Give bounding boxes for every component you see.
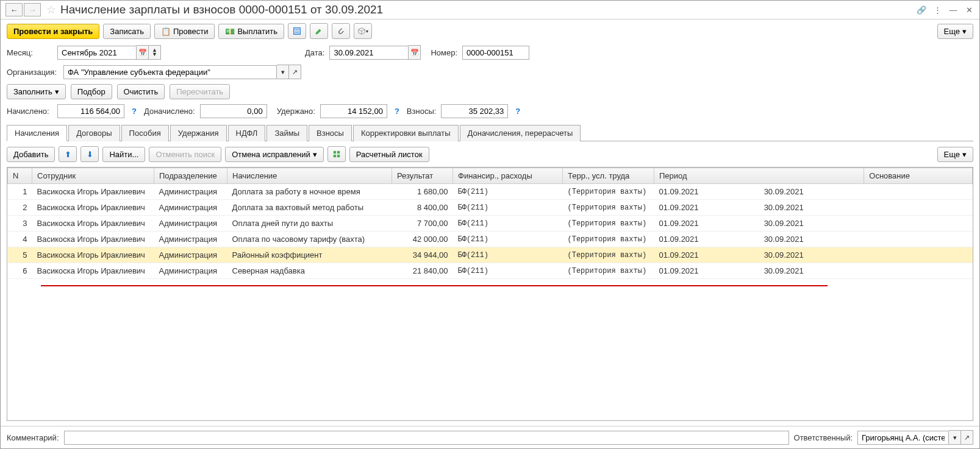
box-icon-button[interactable]: ▾ [354, 23, 372, 39]
pay-icon: 💵 [225, 27, 235, 36]
svg-rect-7 [337, 155, 340, 157]
table-row[interactable]: 1Васикоска Игорь ИраклиевичАдминистрация… [8, 184, 973, 200]
tab-8[interactable]: Доначисления, перерасчеты [460, 125, 581, 141]
svg-rect-5 [337, 151, 340, 154]
comment-input[interactable] [64, 431, 789, 445]
contrib-value [441, 104, 508, 118]
org-input[interactable] [63, 65, 277, 79]
col-employee[interactable]: Сотрудник [32, 168, 154, 184]
nav-back-button[interactable]: ← [5, 3, 23, 16]
grid-settings-icon-button[interactable] [327, 146, 346, 162]
col-period[interactable]: Период [654, 168, 864, 184]
accrued-label: Начислено: [7, 107, 52, 116]
accrued-value [57, 104, 124, 118]
col-n[interactable]: N [8, 168, 32, 184]
close-icon[interactable]: ✕ [964, 4, 975, 15]
number-input[interactable] [462, 46, 529, 60]
post-icon: 📋 [161, 27, 171, 36]
add-button[interactable]: Добавить [7, 147, 55, 162]
month-spinner[interactable]: ▲▼ [149, 45, 161, 60]
org-dropdown-icon[interactable]: ▾ [277, 65, 289, 79]
responsible-open-icon[interactable]: ↗ [961, 430, 973, 445]
table-row[interactable]: 3Васикоска Игорь ИраклиевичАдминистрация… [8, 216, 973, 232]
withheld-label: Удержано: [277, 107, 315, 116]
attachment-icon-button[interactable] [332, 23, 350, 39]
find-button[interactable]: Найти... [102, 147, 145, 162]
save-button[interactable]: Записать [103, 24, 151, 39]
number-label: Номер: [431, 48, 457, 57]
svg-rect-4 [334, 151, 336, 154]
move-up-button[interactable]: ⬆ [59, 146, 77, 162]
extra-label: Доначислено: [144, 107, 195, 116]
tab-2[interactable]: Пособия [121, 125, 169, 141]
date-input[interactable] [329, 46, 409, 60]
payslip-button[interactable]: Расчетный листок [349, 147, 429, 162]
table-row[interactable]: 6Васикоска Игорь ИраклиевичАдминистрация… [8, 263, 973, 279]
withheld-value [320, 104, 387, 118]
col-financing[interactable]: Финансир., расходы [453, 168, 563, 184]
post-button[interactable]: 📋Провести [154, 24, 215, 39]
tab-7[interactable]: Корректировки выплаты [353, 125, 459, 141]
post-and-close-button[interactable]: Провести и закрыть [7, 24, 99, 39]
col-result[interactable]: Результат [392, 168, 453, 184]
favorite-icon[interactable]: ☆ [45, 3, 58, 16]
table-row[interactable]: 4Васикоска Игорь ИраклиевичАдминистрация… [8, 232, 973, 247]
red-underline-marker [41, 285, 828, 286]
pick-button[interactable]: Подбор [71, 84, 112, 99]
contrib-help-icon[interactable]: ? [515, 107, 520, 116]
tab-4[interactable]: НДФЛ [228, 125, 266, 141]
tab-5[interactable]: Займы [266, 125, 307, 141]
tab-6[interactable]: Взносы [309, 125, 352, 141]
report-icon-button[interactable] [288, 23, 306, 39]
clear-button[interactable]: Очистить [117, 84, 165, 99]
cancel-search-button[interactable]: Отменить поиск [149, 147, 221, 162]
comment-label: Комментарий: [7, 433, 59, 442]
tab-more-button[interactable]: Еще ▾ [937, 147, 973, 162]
month-calendar-icon[interactable]: 📅 [137, 45, 149, 60]
responsible-input[interactable] [857, 431, 949, 445]
month-label: Месяц: [7, 48, 52, 57]
responsible-dropdown-icon[interactable]: ▾ [949, 430, 961, 445]
svg-rect-6 [334, 155, 336, 157]
date-calendar-icon[interactable]: 📅 [409, 45, 421, 60]
org-label: Организация: [7, 68, 59, 77]
kebab-icon[interactable]: ⋮ [932, 4, 943, 15]
window-title: Начисление зарплаты и взносов 0000-00015… [60, 3, 916, 16]
withheld-help-icon[interactable]: ? [395, 107, 399, 116]
link-icon[interactable]: 🔗 [916, 4, 927, 15]
accrued-help-icon[interactable]: ? [132, 107, 137, 116]
edit-icon-button[interactable] [310, 23, 328, 39]
month-input[interactable] [57, 46, 137, 60]
move-down-button[interactable]: ⬇ [80, 146, 99, 162]
fill-button[interactable]: Заполнить ▾ [7, 84, 66, 99]
more-button[interactable]: Еще ▾ [937, 24, 973, 39]
tab-1[interactable]: Договоры [68, 125, 120, 141]
col-department[interactable]: Подразделение [154, 168, 227, 184]
col-territory[interactable]: Терр., усл. труда [563, 168, 654, 184]
nav-forward-button[interactable]: → [24, 3, 41, 16]
pay-button[interactable]: 💵Выплатить [218, 24, 284, 39]
col-accrual[interactable]: Начисление [227, 168, 392, 184]
contrib-label: Взносы: [407, 107, 437, 116]
extra-value [200, 104, 267, 118]
tab-3[interactable]: Удержания [170, 125, 227, 141]
table-row[interactable]: 2Васикоска Игорь ИраклиевичАдминистрация… [8, 200, 973, 216]
date-label: Дата: [305, 48, 324, 57]
responsible-label: Ответственный: [794, 433, 853, 442]
table-row[interactable]: 5Васикоска Игорь ИраклиевичАдминистрация… [8, 247, 973, 263]
cancel-corrections-button[interactable]: Отмена исправлений ▾ [225, 147, 324, 162]
minimize-icon[interactable]: — [948, 4, 959, 15]
tab-0[interactable]: Начисления [7, 125, 67, 141]
col-basis[interactable]: Основание [864, 168, 973, 184]
recalc-button[interactable]: Пересчитать [170, 84, 230, 99]
org-open-icon[interactable]: ↗ [289, 65, 301, 79]
